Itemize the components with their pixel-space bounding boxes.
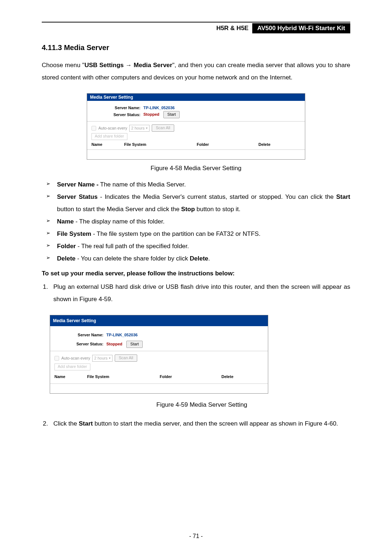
scan-all-button[interactable]: Scan All (115, 354, 137, 362)
list-item: Server Status - Indicates the Media Serv… (42, 191, 350, 216)
server-name-value: TP-LINK_052036 (106, 331, 138, 339)
start-button[interactable]: Start (163, 111, 180, 118)
page-header: H5R & H5E AV500 Hybrid Wi-Fi Starter Kit (42, 23, 350, 33)
autoscan-interval-select[interactable]: 2 hours ▾ (129, 125, 150, 132)
start-button[interactable]: Start (126, 341, 143, 348)
server-status-label: Server Status: (91, 112, 143, 117)
list-item: Server Name - The name of this Media Ser… (42, 178, 350, 191)
figure-caption-59: Figure 4-59 Media Server Setting (53, 399, 350, 411)
autoscan-label: Auto-scan every (98, 126, 127, 130)
section-heading: 4.11.3 Media Server (42, 44, 350, 52)
instructions-heading: To set up your media server, please foll… (42, 270, 350, 277)
header-product: AV500 Hybrid Wi-Fi Starter Kit (252, 23, 350, 33)
panel-title: Media Server Setting (87, 94, 305, 101)
server-name-label: Server Name: (54, 331, 106, 339)
add-share-folder-button[interactable]: Add share folder (54, 364, 90, 370)
figure-caption-58: Figure 4-58 Media Server Setting (42, 165, 350, 172)
autoscan-checkbox[interactable] (91, 126, 96, 131)
autoscan-label: Auto-scan every (61, 354, 90, 362)
server-status-label: Server Status: (54, 340, 106, 348)
steps-list: Plug an external USB hard disk drive or … (42, 281, 350, 430)
server-name-value: TP-LINK_052036 (143, 106, 175, 110)
autoscan-interval-select[interactable]: 2 hours ▾ (92, 355, 113, 362)
media-server-panel-2: Media Server Setting Server Name: TP-LIN… (50, 315, 268, 394)
intro-paragraph: Choose menu "USB Settings → Media Server… (42, 59, 350, 84)
header-model: H5R & H5E (213, 23, 252, 33)
col-delete: Delete (221, 373, 254, 381)
share-table-header: Name File System Folder Delete (54, 373, 264, 381)
scan-all-button[interactable]: Scan All (152, 124, 174, 132)
col-filesystem: File System (124, 142, 197, 147)
step-1: Plug an external USB hard disk drive or … (50, 281, 350, 411)
list-item: File System - The file system type on th… (42, 228, 350, 240)
col-folder: Folder (160, 373, 221, 381)
list-item: Delete - You can delete the share folder… (42, 253, 350, 265)
server-status-value: Stopped (106, 342, 122, 346)
share-table-header: Name File System Folder Delete (91, 142, 301, 147)
chevron-down-icon: ▾ (109, 356, 111, 361)
col-name: Name (91, 142, 124, 147)
col-filesystem: File System (87, 373, 160, 381)
autoscan-checkbox[interactable] (54, 356, 59, 361)
server-status-value: Stopped (143, 112, 159, 116)
col-name: Name (54, 373, 87, 381)
col-delete: Delete (258, 142, 291, 147)
list-item: Name - The display name of this folder. (42, 216, 350, 228)
list-item: Folder - The real full path of the speci… (42, 240, 350, 253)
page-number: - 71 - (0, 533, 392, 539)
media-server-panel-1: Media Server Setting Server Name: TP-LIN… (87, 93, 305, 160)
chevron-down-icon: ▾ (146, 126, 148, 131)
feature-list: Server Name - The name of this Media Ser… (42, 178, 350, 265)
col-folder: Folder (197, 142, 258, 147)
add-share-folder-button[interactable]: Add share folder (91, 133, 127, 140)
panel-title: Media Server Setting (50, 315, 268, 326)
server-name-label: Server Name: (91, 106, 143, 110)
step-2: Click the Start button to start the medi… (50, 418, 350, 430)
